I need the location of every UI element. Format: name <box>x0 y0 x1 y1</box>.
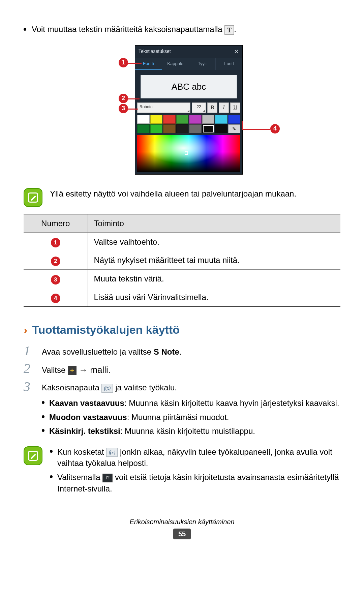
bullet-dot <box>50 450 53 453</box>
tab-fontti[interactable]: Fontti <box>135 58 162 70</box>
bullet-dot <box>42 401 44 404</box>
text-settings-panel: Tekstiasetukset ✕ Fontti Kappale Tyyli L… <box>135 45 243 175</box>
color-swatch[interactable] <box>189 115 202 124</box>
callout-3: 3 <box>119 104 128 113</box>
row-badge: 4 <box>51 294 60 303</box>
callout-line <box>128 109 138 110</box>
step-3: Kaksoisnapauta f(x) ja valitse työkalu. <box>42 380 340 393</box>
step-1: Avaa sovellusluettelo ja valitse S Note. <box>42 344 340 358</box>
row-text: Lisää uusi väri Värinvalitsimella. <box>88 288 340 307</box>
text-tool-icon: T <box>224 25 234 35</box>
color-swatch[interactable] <box>163 115 176 124</box>
bullet-dot <box>24 28 26 31</box>
color-swatch[interactable] <box>228 115 241 124</box>
row-text: Valitse vaihtoehto. <box>88 233 340 251</box>
color-swatch[interactable] <box>215 124 228 133</box>
eyedropper-icon[interactable]: ✎ <box>228 124 241 133</box>
step-number: 2 <box>24 362 36 375</box>
note-icon <box>24 188 42 207</box>
callout-line <box>242 129 270 130</box>
intro-bullet: Voit muuttaa tekstin määritteitä kaksois… <box>24 24 340 35</box>
page-footer: Erikoisominaisuuksien käyttäminen 55 <box>24 517 340 539</box>
sub-item: Käsinkirj. tekstiksi: Muunna käsin kirjo… <box>42 425 340 437</box>
row-text: Muuta tekstin väriä. <box>88 270 340 288</box>
fx-icon: f(x) <box>101 384 113 393</box>
step-2: Valitse + → malli. <box>42 362 340 376</box>
row-badge: 2 <box>51 257 60 266</box>
sub-item: Muodon vastaavuus: Muunna piirtämäsi muo… <box>42 412 340 423</box>
page-number: 55 <box>173 529 191 539</box>
font-select[interactable]: Roboto <box>137 102 190 113</box>
intro-period: . <box>234 25 236 34</box>
note2-line2: Valitsemalla f? voit etsiä tietoja käsin… <box>57 472 340 494</box>
color-swatch[interactable] <box>150 124 163 133</box>
color-swatch[interactable] <box>202 115 215 124</box>
color-swatches[interactable]: ✎ <box>135 115 242 135</box>
color-swatch[interactable] <box>176 115 189 124</box>
bold-button[interactable]: B <box>207 102 217 113</box>
bullet-dot <box>42 429 44 432</box>
plus-icon: + <box>68 366 77 375</box>
note-box-2: Kun kosketat f(x) jonkin aikaa, näkyviin… <box>24 446 340 497</box>
bullet-dot <box>50 475 53 478</box>
search-fx-icon: f? <box>102 474 113 482</box>
note2-line1: Kun kosketat f(x) jonkin aikaa, näkyviin… <box>57 446 340 469</box>
color-swatch[interactable] <box>137 124 150 133</box>
color-swatch[interactable] <box>137 115 150 124</box>
fx-icon: f(x) <box>106 448 118 457</box>
color-swatch[interactable] <box>150 115 163 124</box>
callout-table: Numero Toiminto 1 Valitse vaihtoehto. 2 … <box>24 214 340 307</box>
panel-title: Tekstiasetukset <box>139 48 171 55</box>
color-swatch[interactable] <box>215 115 228 124</box>
row-badge: 3 <box>51 275 60 285</box>
intro-text: Voit muuttaa tekstin määritteitä kaksois… <box>32 25 224 34</box>
gradient-marker[interactable] <box>185 151 188 155</box>
callout-line <box>242 121 243 129</box>
callout-1: 1 <box>119 58 128 67</box>
note-box: Yllä esitetty näyttö voi vaihdella aluee… <box>24 188 340 207</box>
tab-luett[interactable]: Luett <box>216 58 242 70</box>
callout-line <box>128 98 140 99</box>
color-swatch[interactable] <box>163 124 176 133</box>
chapter-name: Erikoisominaisuuksien käyttäminen <box>129 518 234 526</box>
close-icon[interactable]: ✕ <box>234 48 239 56</box>
callout-2: 2 <box>119 94 128 103</box>
color-swatch[interactable] <box>202 124 215 133</box>
step-number: 3 <box>24 380 36 393</box>
note-icon <box>24 446 42 465</box>
color-swatch[interactable] <box>189 124 202 133</box>
color-gradient[interactable] <box>137 135 240 172</box>
tab-tyyli[interactable]: Tyyli <box>189 58 216 70</box>
step-number: 1 <box>24 344 36 358</box>
row-text: Näytä nykyiset määritteet tai muuta niit… <box>88 251 340 270</box>
section-title: Tuottamistyökalujen käyttö <box>32 322 180 338</box>
callout-line <box>128 63 142 64</box>
chevron-icon: › <box>24 322 27 338</box>
italic-button[interactable]: I <box>219 102 229 113</box>
text-settings-figure: Tekstiasetukset ✕ Fontti Kappale Tyyli L… <box>88 45 276 175</box>
bullet-dot <box>42 415 44 418</box>
sub-item: Kaavan vastaavuus: Muunna käsin kirjoite… <box>42 397 340 409</box>
note-text: Yllä esitetty näyttö voi vaihdella aluee… <box>50 188 296 200</box>
underline-button[interactable]: U <box>230 102 240 113</box>
color-swatch[interactable] <box>176 124 189 133</box>
callout-4: 4 <box>270 124 280 133</box>
th-toiminto: Toiminto <box>88 214 340 233</box>
tab-kappale[interactable]: Kappale <box>162 58 189 70</box>
row-badge: 1 <box>51 238 60 247</box>
section-heading: › Tuottamistyökalujen käyttö <box>24 322 340 338</box>
font-preview: ABC abc <box>141 75 237 98</box>
size-select[interactable]: 22 <box>192 102 206 113</box>
th-numero: Numero <box>24 214 88 233</box>
